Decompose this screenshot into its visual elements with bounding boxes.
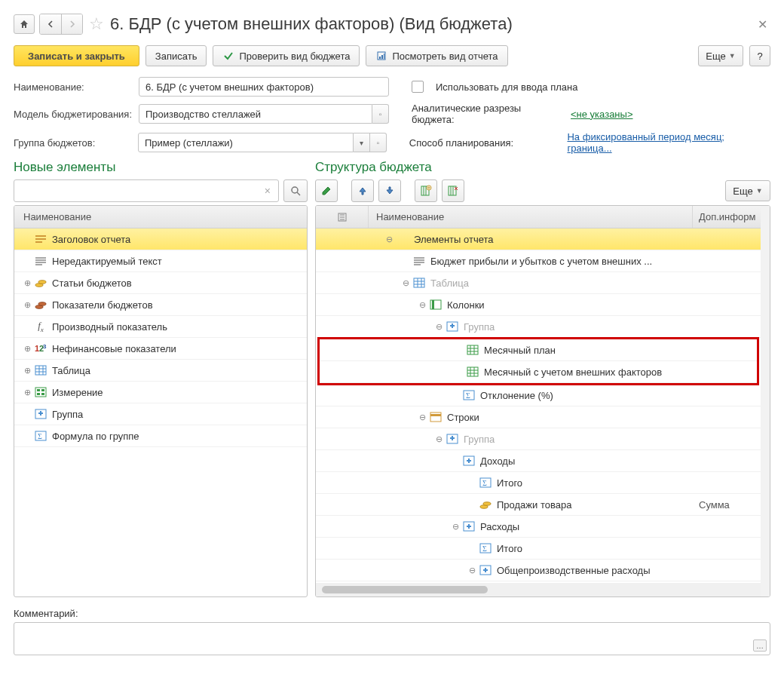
expand-icon[interactable]: ⊕ <box>22 366 32 376</box>
expand-icon[interactable]: ⊖ <box>450 522 461 532</box>
expand-icon[interactable]: ⊖ <box>433 434 444 444</box>
name-input[interactable]: 6. БДР (с учетом внешних факторов) <box>139 77 389 97</box>
formula-icon: Σ <box>477 477 494 488</box>
svg-text:Σ: Σ <box>482 479 487 487</box>
right-more-button[interactable]: Еще▼ <box>725 180 770 201</box>
grid-row[interactable]: ⊖ Элементы отчета <box>316 228 761 250</box>
expand-icon[interactable]: ⊖ <box>417 412 427 422</box>
left-tree-item[interactable]: ⊕ 123 Нефинансовые показатели <box>14 338 307 360</box>
group-plus-icon <box>461 521 477 532</box>
model-open-button[interactable]: ▫ <box>372 104 389 124</box>
save-and-close-button[interactable]: Записать и закрыть <box>14 45 139 66</box>
grid-row[interactable]: ⊖ Группа <box>316 428 761 450</box>
edit-button[interactable] <box>315 179 338 202</box>
left-tree-item[interactable]: ⊕ Таблица <box>14 360 307 382</box>
svg-rect-74 <box>430 414 441 416</box>
grid-row[interactable]: Продажи товара Сумма <box>316 494 761 516</box>
star-icon[interactable]: ☆ <box>87 15 106 33</box>
expand-icon[interactable]: ⊕ <box>22 344 32 354</box>
group-icon <box>32 409 49 419</box>
planning-link[interactable]: На фиксированный период месяц; граница..… <box>567 131 770 154</box>
expand-icon[interactable]: ⊕ <box>22 388 32 397</box>
tree-item-label: Нередактируемый текст <box>49 256 162 267</box>
highlighted-rows: Месячный план Месячный с учетом внешних … <box>317 337 759 385</box>
coins1-icon <box>477 499 494 510</box>
view-report-button[interactable]: Посмотреть вид отчета <box>366 45 507 66</box>
group-input[interactable]: Пример (стеллажи) <box>138 133 354 152</box>
search-input[interactable]: × <box>14 179 279 202</box>
check-icon <box>222 50 234 62</box>
tree-item-label: Заголовок отчета <box>49 234 130 245</box>
grid-icon <box>464 366 481 377</box>
grid-item-label: Месячный план <box>481 345 556 356</box>
delete-column-button[interactable] <box>442 179 464 202</box>
left-tree-item[interactable]: ⊕ Измерение <box>14 382 307 403</box>
left-tree-item[interactable]: Нередактируемый текст <box>14 250 307 272</box>
grid-row[interactable]: ⊖ Группа <box>316 316 761 338</box>
grid-row[interactable]: Σ Отклонение (%) <box>316 385 761 406</box>
move-down-button[interactable] <box>378 179 401 202</box>
add-column-button[interactable] <box>415 179 437 202</box>
home-button[interactable] <box>14 14 35 34</box>
name-label: Наименование: <box>14 81 134 93</box>
left-tree-item[interactable]: Σ Формула по группе <box>14 425 307 447</box>
table-icon <box>32 365 49 376</box>
left-tree-item[interactable]: fx Производный показатель <box>14 316 307 338</box>
measure-icon <box>32 387 49 397</box>
tree-item-label: Статьи бюджетов <box>49 278 132 289</box>
use-for-plan-checkbox[interactable] <box>412 81 424 93</box>
help-button[interactable]: ? <box>749 45 770 66</box>
left-tree-item[interactable]: ⊕ Статьи бюджетов <box>14 272 307 294</box>
left-tree-item[interactable]: ⊕ Показатели бюджетов <box>14 294 307 316</box>
save-button[interactable]: Записать <box>145 45 207 66</box>
horizontal-scrollbar[interactable] <box>316 583 761 596</box>
grid-row[interactable]: ⊖ Колонки <box>316 294 761 316</box>
expand-icon[interactable]: ⊖ <box>433 322 444 332</box>
clear-search-icon[interactable]: × <box>260 185 275 197</box>
expand-icon[interactable]: ⊕ <box>22 300 32 310</box>
left-tree-item[interactable]: Группа <box>14 403 307 425</box>
forward-button[interactable] <box>61 14 82 34</box>
check-budget-button[interactable]: Проверить вид бюджета <box>213 45 360 66</box>
search-button[interactable] <box>283 179 308 202</box>
grid-row[interactable]: ⊖ Строки <box>316 406 761 428</box>
grid-row[interactable]: ⊖ Таблица <box>316 272 761 294</box>
grid-row[interactable]: Доходы <box>316 450 761 472</box>
group-open-button[interactable]: ▫ <box>370 133 387 152</box>
analytics-link[interactable]: <не указаны> <box>571 109 632 120</box>
svg-text:Σ: Σ <box>482 544 487 553</box>
grid-row[interactable]: Месячный с учетом внешних факторов <box>320 361 757 383</box>
comment-input[interactable]: … <box>14 622 770 655</box>
grid-item-label: Группа <box>461 321 495 333</box>
svg-rect-51 <box>414 278 424 287</box>
grid-row[interactable]: Σ Итого <box>316 472 761 494</box>
more-button[interactable]: Еще▼ <box>698 45 743 66</box>
coins1-icon <box>32 278 49 288</box>
svg-line-5 <box>297 192 300 195</box>
expand-icon[interactable]: ⊕ <box>22 278 32 288</box>
group-dropdown-button[interactable]: ▾ <box>354 133 370 152</box>
grid-row[interactable]: Бюджет прибыли и убытков с учетом внешни… <box>316 250 761 272</box>
expand-icon[interactable]: ⊖ <box>384 235 394 244</box>
expand-icon[interactable]: ⊖ <box>467 566 477 575</box>
svg-rect-29 <box>41 393 44 395</box>
model-input[interactable]: Производство стеллажей <box>139 104 372 124</box>
move-up-button[interactable] <box>351 179 374 202</box>
comment-expand-button[interactable]: … <box>753 639 767 652</box>
grid-row[interactable]: ⊖ Расходы <box>316 516 761 538</box>
grid-row[interactable]: Месячный план <box>320 339 757 361</box>
vertical-scrollbar[interactable] <box>761 206 770 596</box>
table-icon <box>411 278 427 288</box>
left-tree-item[interactable]: Заголовок отчета <box>14 228 307 250</box>
expand-icon[interactable]: ⊖ <box>400 278 411 288</box>
grid-row[interactable]: Σ Итого <box>316 538 761 560</box>
close-button[interactable]: ✕ <box>755 17 770 32</box>
grid-item-label: Месячный с учетом внешних факторов <box>481 366 662 378</box>
grid-row[interactable]: ⊖ Общепроизводственные расходы <box>316 560 761 581</box>
expand-icon[interactable]: ⊖ <box>417 300 427 310</box>
tree-item-label: Измерение <box>49 387 103 398</box>
back-button[interactable] <box>40 14 61 34</box>
svg-text:Σ: Σ <box>38 432 42 440</box>
page-title: 6. БДР (с учетом внешних факторов) (Вид … <box>110 14 513 34</box>
planning-label: Способ планирования: <box>409 137 563 149</box>
